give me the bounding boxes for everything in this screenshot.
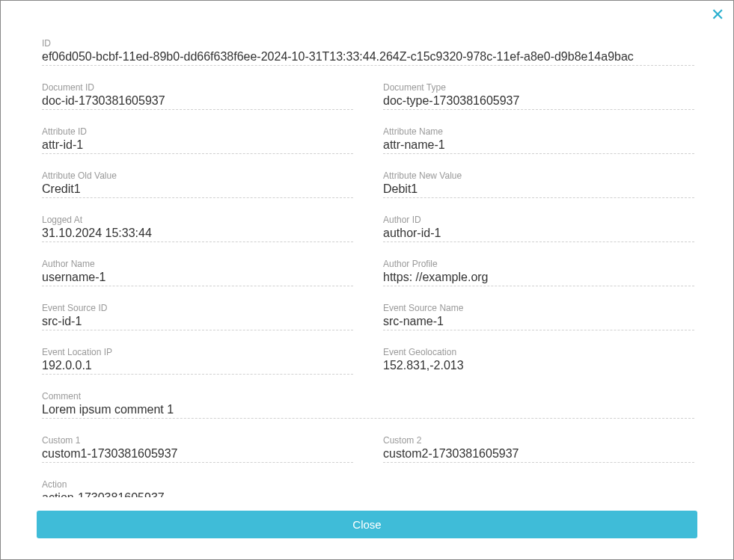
field-attribute-id: Attribute ID attr-id-1 <box>42 126 353 154</box>
detail-modal: ✕ ID ef06d050-bcbf-11ed-89b0-dd66f638f6e… <box>1 1 733 559</box>
field-attribute-new-value: Attribute New Value Debit1 <box>383 170 694 198</box>
field-label: Event Geolocation <box>383 347 694 357</box>
field-label: Custom 1 <box>42 435 353 446</box>
field-row: Author Name username-1 Author Profile ht… <box>42 259 694 286</box>
field-row: Attribute ID attr-id-1 Attribute Name at… <box>42 126 694 154</box>
field-comment: Comment Lorem ipsum comment 1 <box>42 391 694 419</box>
field-label: Custom 2 <box>383 435 694 446</box>
field-row: Document ID doc-id-1730381605937 Documen… <box>42 82 694 110</box>
field-label: Logged At <box>42 215 353 225</box>
field-label: Author ID <box>383 215 694 225</box>
field-custom-1: Custom 1 custom1-1730381605937 <box>42 435 353 463</box>
field-label: Attribute Name <box>383 126 694 137</box>
field-event-geolocation: Event Geolocation 152.831,-2.013 <box>383 347 694 375</box>
field-value: custom1-1730381605937 <box>42 447 353 461</box>
field-value: 192.0.0.1 <box>42 359 353 372</box>
field-value: doc-id-1730381605937 <box>42 94 353 108</box>
field-value: username-1 <box>42 271 353 284</box>
field-value: ef06d050-bcbf-11ed-89b0-dd66f638f6ee-202… <box>42 50 694 64</box>
field-value: Debit1 <box>383 182 694 196</box>
field-value: https: //example.org <box>383 271 694 284</box>
field-event-source-name: Event Source Name src-name-1 <box>383 303 694 330</box>
field-label: Action <box>42 479 694 490</box>
field-label: Document ID <box>42 82 353 93</box>
field-author-name: Author Name username-1 <box>42 259 353 286</box>
field-label: Attribute New Value <box>383 170 694 181</box>
close-icon[interactable]: ✕ <box>711 7 724 23</box>
field-value: action-1730381605937 <box>42 491 694 497</box>
field-label: Attribute ID <box>42 126 353 137</box>
field-row: Attribute Old Value Credit1 Attribute Ne… <box>42 170 694 198</box>
field-row: Event Source ID src-id-1 Event Source Na… <box>42 303 694 330</box>
field-event-location-ip: Event Location IP 192.0.0.1 <box>42 347 353 375</box>
field-label: Document Type <box>383 82 694 93</box>
field-event-source-id: Event Source ID src-id-1 <box>42 303 353 330</box>
field-label: Comment <box>42 391 694 401</box>
scroll-area[interactable]: ID ef06d050-bcbf-11ed-89b0-dd66f638f6ee-… <box>1 1 724 497</box>
field-logged-at: Logged At 31.10.2024 15:33:44 <box>42 215 353 242</box>
field-value: author-id-1 <box>383 227 694 240</box>
field-value: src-name-1 <box>383 315 694 328</box>
field-label: Attribute Old Value <box>42 170 353 181</box>
field-author-id: Author ID author-id-1 <box>383 215 694 242</box>
field-value: src-id-1 <box>42 315 353 328</box>
field-author-profile: Author Profile https: //example.org <box>383 259 694 286</box>
field-label: Event Source Name <box>383 303 694 313</box>
field-row: Custom 1 custom1-1730381605937 Custom 2 … <box>42 435 694 463</box>
field-value: custom2-1730381605937 <box>383 447 694 461</box>
field-value: 152.831,-2.013 <box>383 359 694 372</box>
field-action: Action action-1730381605937 <box>42 479 694 497</box>
field-attribute-old-value: Attribute Old Value Credit1 <box>42 170 353 198</box>
field-document-type: Document Type doc-type-1730381605937 <box>383 82 694 110</box>
field-custom-2: Custom 2 custom2-1730381605937 <box>383 435 694 463</box>
field-attribute-name: Attribute Name attr-name-1 <box>383 126 694 154</box>
modal-footer: Close <box>1 497 733 559</box>
field-row: Logged At 31.10.2024 15:33:44 Author ID … <box>42 215 694 242</box>
field-label: Author Name <box>42 259 353 269</box>
field-document-id: Document ID doc-id-1730381605937 <box>42 82 353 110</box>
field-value: 31.10.2024 15:33:44 <box>42 227 353 240</box>
field-value: doc-type-1730381605937 <box>383 94 694 108</box>
field-label: Event Source ID <box>42 303 353 313</box>
field-value: attr-id-1 <box>42 138 353 152</box>
field-value: Lorem ipsum comment 1 <box>42 403 694 416</box>
field-label: Author Profile <box>383 259 694 269</box>
field-id: ID ef06d050-bcbf-11ed-89b0-dd66f638f6ee-… <box>42 38 694 66</box>
field-label: Event Location IP <box>42 347 353 357</box>
field-label: ID <box>42 38 694 49</box>
close-button[interactable]: Close <box>37 511 697 538</box>
field-value: Credit1 <box>42 182 353 196</box>
field-row: Event Location IP 192.0.0.1 Event Geoloc… <box>42 347 694 375</box>
content-wrapper: ID ef06d050-bcbf-11ed-89b0-dd66f638f6ee-… <box>1 1 733 497</box>
field-value: attr-name-1 <box>383 138 694 152</box>
